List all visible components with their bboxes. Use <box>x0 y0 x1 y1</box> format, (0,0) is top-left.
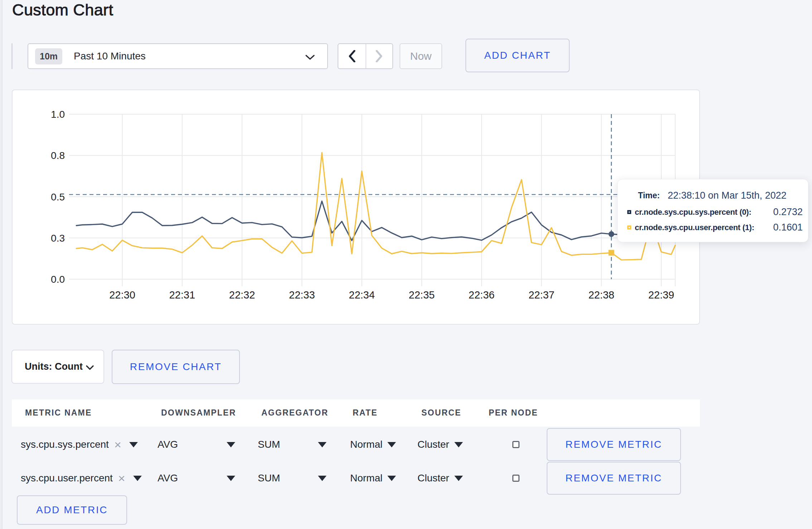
timescale-dropdown[interactable]: 10m Past 10 Minutes <box>28 43 328 69</box>
add-chart-button[interactable]: ADD CHART <box>465 39 570 72</box>
downsampler-value: AVG <box>158 439 178 450</box>
tooltip-time-label: Time: <box>638 191 660 200</box>
y-axis-tick-label: 0.8 <box>51 150 65 161</box>
aggregator-dropdown[interactable]: SUM <box>258 461 327 495</box>
metric-name-value: sys.cpu.sys.percent <box>21 439 109 450</box>
downsampler-dropdown[interactable]: AVG <box>158 427 235 462</box>
column-header-aggregator: AGGREGATOR <box>261 408 328 418</box>
x-axis-tick-label: 22:36 <box>469 289 495 301</box>
rate-value: Normal <box>350 472 382 484</box>
column-header-rate: RATE <box>353 408 378 418</box>
series-sys-swatch-icon <box>627 210 631 214</box>
metrics-table-header: METRIC NAME DOWNSAMPLER AGGREGATOR RATE … <box>12 399 700 427</box>
dropdown-caret-icon <box>129 442 138 447</box>
source-value: Cluster <box>417 472 449 484</box>
source-dropdown[interactable]: Cluster <box>417 427 463 462</box>
timescale-badge: 10m <box>35 48 62 64</box>
per-node-cell <box>509 427 522 462</box>
x-axis-tick-label: 22:39 <box>648 289 675 301</box>
per-node-checkbox[interactable] <box>512 441 519 448</box>
clear-metric-icon[interactable]: × <box>118 473 125 484</box>
prev-range-button[interactable] <box>338 44 366 68</box>
chart-tooltip: Time: 22:38:10 on Mar 15th, 2022 cr.node… <box>617 179 808 242</box>
x-axis-tick-label: 22:37 <box>528 289 555 301</box>
clear-metric-icon[interactable]: × <box>114 439 121 450</box>
units-dropdown[interactable]: Units: Count <box>11 350 104 384</box>
chevron-down-icon <box>305 54 315 60</box>
tooltip-series-label: cr.node.sys.cpu.sys.percent (0): <box>635 208 751 217</box>
dropdown-caret-icon <box>227 476 235 481</box>
tooltip-series-label: cr.node.sys.cpu.user.percent (1): <box>635 223 754 232</box>
column-header-downsampler: DOWNSAMPLER <box>161 408 236 418</box>
tooltip-series-row: cr.node.sys.cpu.user.percent (1): 0.1601 <box>627 222 803 233</box>
metric-name-dropdown[interactable]: sys.cpu.sys.percent × <box>21 427 138 462</box>
metric-name-value: sys.cpu.user.percent <box>21 472 113 484</box>
source-value: Cluster <box>417 439 449 450</box>
next-range-button[interactable] <box>366 44 393 68</box>
x-axis-tick-label: 22:38 <box>588 289 614 301</box>
page-title: Custom Chart <box>12 1 113 19</box>
column-header-metric-name: METRIC NAME <box>25 408 92 418</box>
highlight-point-sys <box>609 231 614 237</box>
aggregator-value: SUM <box>258 439 280 450</box>
y-axis-tick-label: 0.5 <box>51 191 65 203</box>
tooltip-series-value: 0.1601 <box>773 222 803 233</box>
x-axis-tick-label: 22:34 <box>349 289 375 301</box>
per-node-cell <box>509 461 522 495</box>
series-line-sys <box>76 201 675 241</box>
dropdown-caret-icon <box>318 442 327 447</box>
add-metric-button[interactable]: ADD METRIC <box>17 495 127 525</box>
tooltip-time-value: 22:38:10 on Mar 15th, 2022 <box>668 190 787 201</box>
y-axis-tick-label: 1.0 <box>51 109 65 120</box>
remove-metric-button[interactable]: REMOVE METRIC <box>547 462 681 495</box>
aggregator-value: SUM <box>258 472 280 484</box>
time-nav-group <box>338 43 393 69</box>
chart-card[interactable]: 0.00.30.50.81.022:3022:3122:3222:3322:34… <box>12 89 700 325</box>
dropdown-caret-icon <box>454 442 463 447</box>
x-axis-tick-label: 22:30 <box>109 289 135 301</box>
left-edge-strip <box>0 0 3 529</box>
tooltip-series-row: cr.node.sys.cpu.sys.percent (0): 0.2732 <box>627 207 803 218</box>
metric-name-dropdown[interactable]: sys.cpu.user.percent × <box>21 461 142 495</box>
dropdown-caret-icon <box>454 476 463 481</box>
series-user-swatch-icon <box>627 225 631 229</box>
x-axis-tick-label: 22:35 <box>409 289 435 301</box>
dropdown-caret-icon <box>318 476 327 481</box>
units-label: Units: Count <box>25 361 83 372</box>
per-node-checkbox[interactable] <box>512 475 519 482</box>
y-axis-tick-label: 0.3 <box>51 233 65 244</box>
dropdown-caret-icon <box>227 442 235 447</box>
source-dropdown[interactable]: Cluster <box>417 461 463 495</box>
rate-dropdown[interactable]: Normal <box>350 461 396 495</box>
timescale-label: Past 10 Minutes <box>74 50 146 62</box>
tooltip-time-row: Time: 22:38:10 on Mar 15th, 2022 <box>627 190 803 201</box>
series-line-user <box>76 152 675 260</box>
aggregator-dropdown[interactable]: SUM <box>258 427 327 462</box>
column-header-per-node: PER NODE <box>489 408 538 418</box>
y-axis-tick-label: 0.0 <box>51 274 65 285</box>
remove-metric-button[interactable]: REMOVE METRIC <box>547 428 681 461</box>
dropdown-caret-icon <box>387 442 396 447</box>
chevron-right-icon <box>376 50 383 62</box>
remove-chart-button[interactable]: REMOVE CHART <box>112 350 240 384</box>
tooltip-series-value: 0.2732 <box>773 207 803 218</box>
column-header-source: SOURCE <box>421 408 461 418</box>
chevron-down-icon <box>86 365 94 370</box>
rate-dropdown[interactable]: Normal <box>350 427 396 462</box>
rate-value: Normal <box>350 439 382 450</box>
now-button[interactable]: Now <box>400 43 442 69</box>
downsampler-value: AVG <box>158 472 178 484</box>
chevron-left-icon <box>348 50 356 62</box>
dropdown-caret-icon <box>133 476 142 481</box>
dropdown-caret-icon <box>387 476 396 481</box>
x-axis-tick-label: 22:32 <box>229 289 255 301</box>
highlight-point-user <box>609 250 614 256</box>
line-chart[interactable]: 0.00.30.50.81.022:3022:3122:3222:3322:34… <box>13 90 699 324</box>
downsampler-dropdown[interactable]: AVG <box>158 461 235 495</box>
toolbar-divider <box>11 43 13 69</box>
x-axis-tick-label: 22:33 <box>289 289 315 301</box>
x-axis-tick-label: 22:31 <box>169 289 195 301</box>
